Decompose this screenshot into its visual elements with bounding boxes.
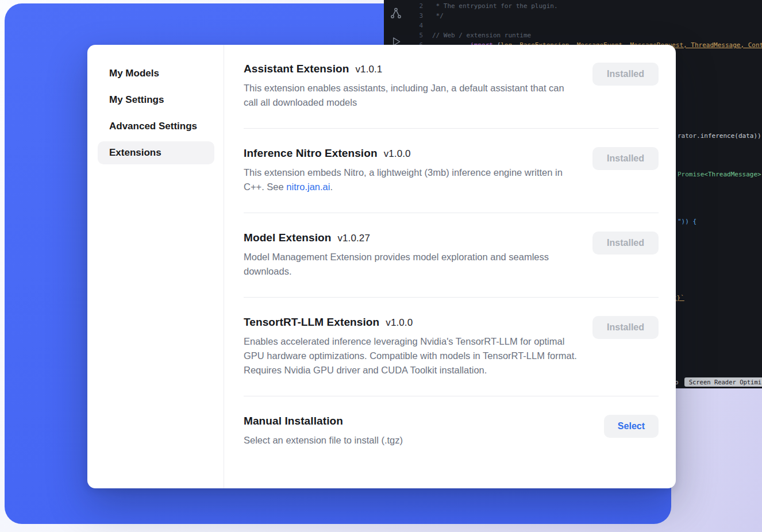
screen-reader-chip: Screen Reader Optimize xyxy=(684,377,762,387)
extension-row-assistant: Assistant Extensionv1.0.1 This extension… xyxy=(244,63,659,110)
extension-version: v1.0.1 xyxy=(356,64,383,75)
sidebar-item-my-settings[interactable]: My Settings xyxy=(98,88,214,111)
settings-sidebar: My Models My Settings Advanced Settings … xyxy=(87,45,224,488)
sidebar-item-my-models[interactable]: My Models xyxy=(98,62,214,85)
installed-button[interactable]: Installed xyxy=(592,232,659,255)
extension-row-manual-install: Manual Installation Select an extension … xyxy=(244,415,659,448)
extension-description: Select an extension file to install (.tg… xyxy=(244,433,403,448)
installed-button[interactable]: Installed xyxy=(592,316,659,339)
extension-description: Model Management Extension provides mode… xyxy=(244,250,578,279)
settings-modal: My Models My Settings Advanced Settings … xyxy=(87,45,676,488)
extension-description: This extension embeds Nitro, a lightweig… xyxy=(244,165,578,194)
code-fragment: Promise<ThreadMessage> xyxy=(678,171,761,178)
line-number: 4 xyxy=(408,22,423,29)
installed-button[interactable]: Installed xyxy=(592,147,659,170)
installed-button[interactable]: Installed xyxy=(592,63,659,86)
extension-title: Assistant Extensionv1.0.1 xyxy=(244,63,578,75)
select-file-button[interactable]: Select xyxy=(604,415,659,438)
divider xyxy=(244,128,659,129)
code-line: 3 */ xyxy=(408,11,762,21)
extension-title: Inference Nitro Extensionv1.0.0 xyxy=(244,147,578,160)
page: 2 * The entrypoint for the plugin. 3 */ … xyxy=(0,0,762,532)
code-area: 2 * The entrypoint for the plugin. 3 */ … xyxy=(408,1,762,50)
code-line: 2 * The entrypoint for the plugin. xyxy=(408,1,762,11)
extension-title: Manual Installation xyxy=(244,415,403,427)
line-number: 2 xyxy=(408,2,423,10)
share-nodes-icon xyxy=(390,7,402,22)
nitro-jan-ai-link[interactable]: nitro.jan.ai xyxy=(286,182,330,192)
divider xyxy=(244,213,659,213)
sidebar-item-extensions[interactable]: Extensions xyxy=(98,141,214,164)
divider xyxy=(244,297,659,298)
extension-row-tensorrt: TensortRT-LLM Extensionv1.0.0 Enables ac… xyxy=(244,316,659,377)
extensions-panel: Assistant Extensionv1.0.1 This extension… xyxy=(224,45,676,488)
extension-version: v1.0.0 xyxy=(386,317,413,328)
sidebar-item-advanced-settings[interactable]: Advanced Settings xyxy=(98,115,214,138)
extension-description: Enables accelerated inference leveraging… xyxy=(244,334,578,377)
code-line: 4 xyxy=(408,21,762,30)
extension-title: Model Extensionv1.0.27 xyxy=(244,232,578,244)
extension-row-model: Model Extensionv1.0.27 Model Management … xyxy=(244,232,659,279)
extension-version: v1.0.0 xyxy=(384,148,411,159)
code-text: */ xyxy=(432,12,444,20)
line-number: 3 xyxy=(408,12,423,20)
line-number: 5 xyxy=(408,32,423,39)
code-fragment: ")) { xyxy=(678,218,696,225)
code-fragment: rator.inference(data)); xyxy=(678,132,762,140)
extension-title: TensortRT-LLM Extensionv1.0.0 xyxy=(244,316,578,329)
code-text: * The entrypoint for the plugin. xyxy=(432,2,558,10)
extension-description: This extension enables assistants, inclu… xyxy=(244,81,578,110)
extension-version: v1.0.27 xyxy=(337,233,370,244)
extension-row-nitro: Inference Nitro Extensionv1.0.0 This ext… xyxy=(244,147,659,194)
divider xyxy=(244,396,659,396)
